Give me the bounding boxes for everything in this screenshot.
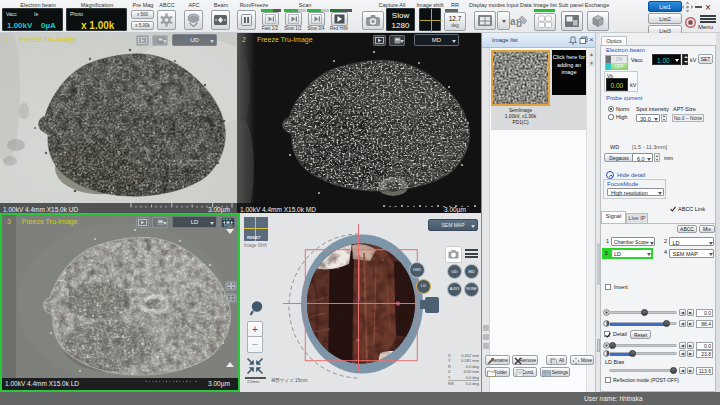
svg-text:P3030: P3030 bbox=[224, 224, 233, 227]
